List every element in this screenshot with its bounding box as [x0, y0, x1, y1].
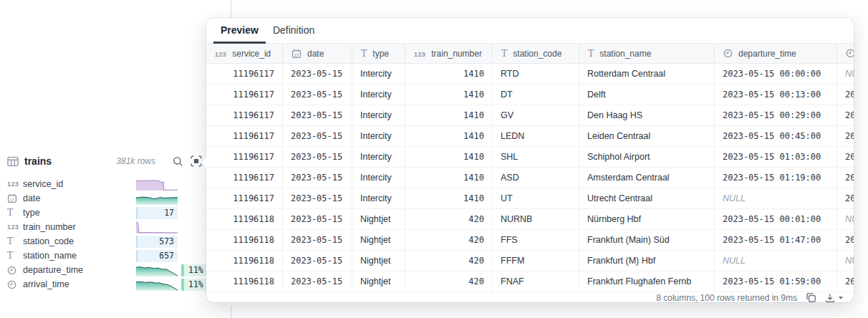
cell-train_number: 1410	[405, 147, 492, 167]
sidebar-column-station_code[interactable]: Tstation_code573	[0, 234, 229, 249]
column-label: station_name	[599, 49, 651, 59]
column-list: 123service_id17dateTtype17123train_numbe…	[0, 177, 229, 292]
column-header-departure_time[interactable]: departure_time	[714, 44, 836, 63]
cell-arrival_time: 20	[836, 105, 854, 125]
table-row: 111961182023-05-15Nightjet420FNAFFrankfu…	[206, 271, 854, 292]
text-type-icon: T	[7, 251, 23, 261]
cell-service_id: 11196117	[206, 105, 282, 125]
cell-station_name: Utrecht Centraal	[579, 188, 714, 208]
column-label: date	[307, 49, 324, 59]
trains-table-header[interactable]: trains 381k rows	[0, 150, 209, 172]
cell-date: 2023-05-15	[282, 85, 352, 105]
sidebar-column-departure_time[interactable]: departure_time11%	[0, 263, 229, 277]
cell-departure_time: 2023-05-15 00:01:00	[714, 209, 836, 229]
cell-departure_time: 2023-05-15 01:03:00	[714, 147, 836, 167]
text-type-icon: T	[501, 49, 507, 59]
svg-text:17: 17	[294, 52, 299, 57]
cell-station_name: Nürnberg Hbf	[579, 209, 714, 229]
cell-train_number: 420	[405, 230, 492, 250]
sidebar-column-train_number[interactable]: 123train_number	[0, 220, 229, 234]
cell-service_id: 11196118	[206, 271, 282, 292]
popup-tabs: PreviewDefinition	[206, 18, 854, 44]
download-icon[interactable]	[825, 293, 835, 303]
cell-type: Nightjet	[352, 230, 405, 250]
caret-down-icon[interactable]	[838, 296, 844, 300]
pane-divider-top	[231, 0, 231, 18]
sidebar-column-type[interactable]: Ttype17	[0, 206, 229, 220]
result-status: 8 columns, 100 rows returned in 9ms	[656, 293, 797, 303]
cell-station_code: SHL	[492, 147, 579, 167]
cell-station_name: Delft	[579, 85, 714, 105]
table-row: 111961172023-05-15Intercity1410LEDNLeide…	[206, 126, 854, 147]
123-type-icon: 123	[414, 49, 425, 59]
cell-train_number: 420	[405, 271, 492, 292]
cell-train_number: 1410	[405, 64, 492, 84]
sidebar-column-date[interactable]: 17date	[0, 191, 229, 206]
cell-departure_time: 2023-05-15 00:13:00	[714, 85, 836, 105]
cell-station_code: FFFM	[492, 251, 579, 271]
sidebar-column-arrival_time[interactable]: arrival_time11%	[0, 277, 229, 292]
calendar-type-icon: 17	[291, 49, 302, 59]
cell-train_number: 420	[405, 251, 492, 271]
cell-date: 2023-05-15	[282, 105, 352, 125]
distinct-count-box: 573	[136, 236, 178, 248]
cell-station_code: FNAF	[492, 271, 579, 292]
cell-date: 2023-05-15	[282, 168, 352, 188]
copy-icon[interactable]	[806, 292, 816, 302]
cell-departure_time: 2023-05-15 00:45:00	[714, 126, 836, 146]
download-group[interactable]	[825, 293, 844, 303]
tab-preview[interactable]: Preview	[213, 18, 266, 44]
cell-station_name: Frankfurt (Main) Süd	[579, 230, 714, 250]
cell-type: Nightjet	[352, 271, 405, 292]
cell-arrival_time: NULL	[836, 209, 854, 229]
table-row: 111961172023-05-15Intercity1410RTDRotter…	[206, 64, 854, 85]
cell-date: 2023-05-15	[282, 230, 352, 250]
cell-date: 2023-05-15	[282, 188, 352, 208]
123-type-icon: 123	[215, 49, 226, 59]
cell-service_id: 11196117	[206, 126, 282, 146]
cell-departure_time: 2023-05-15 00:00:00	[714, 64, 836, 84]
column-sparkline	[136, 178, 178, 191]
cell-train_number: 1410	[405, 105, 492, 125]
cell-arrival_time: 20	[836, 230, 854, 250]
table-preview-popup: PreviewDefinition 123service_id17dateTty…	[206, 18, 854, 302]
column-header-arrival_time[interactable]: arrival_time	[836, 44, 854, 63]
cell-station_code: UT	[492, 188, 579, 208]
table-grid-icon	[7, 156, 19, 167]
table-name: trains	[24, 155, 52, 167]
column-header-station_name[interactable]: Tstation_name	[579, 44, 714, 63]
column-sparkline	[136, 279, 178, 291]
cell-type: Intercity	[352, 105, 405, 125]
text-type-icon: T	[588, 49, 594, 59]
column-header-service_id[interactable]: 123service_id	[206, 44, 282, 63]
cell-train_number: 420	[405, 209, 492, 229]
cell-arrival_time: 20	[836, 126, 854, 146]
cell-type: Intercity	[352, 64, 405, 84]
cell-date: 2023-05-15	[282, 147, 352, 167]
sidebar-column-service_id[interactable]: 123service_id	[0, 177, 229, 191]
cell-arrival_time: NULL	[836, 251, 854, 271]
column-name: service_id	[23, 179, 63, 189]
search-icon[interactable]	[173, 156, 183, 167]
cell-service_id: 11196118	[206, 230, 282, 250]
column-header-train_number[interactable]: 123train_number	[405, 44, 492, 63]
calendar-type-icon: 17	[7, 193, 23, 203]
result-table-header: 123service_id17dateTtype123train_numberT…	[206, 44, 854, 64]
column-sparkline	[136, 264, 178, 276]
column-name: departure_time	[23, 265, 83, 275]
cell-station_code: GV	[492, 105, 579, 125]
cell-service_id: 11196117	[206, 64, 282, 84]
cell-station_code: DT	[492, 85, 579, 105]
sidebar-column-station_name[interactable]: Tstation_name657	[0, 249, 229, 263]
text-type-icon: T	[361, 49, 367, 59]
clock-type-icon	[7, 266, 23, 275]
column-name: train_number	[23, 222, 76, 232]
column-header-type[interactable]: Ttype	[352, 44, 405, 63]
distinct-count-box: 17	[136, 207, 178, 219]
column-header-date[interactable]: 17date	[282, 44, 352, 63]
tab-definition[interactable]: Definition	[266, 18, 322, 44]
cell-arrival_time: 20	[836, 85, 854, 105]
column-label: type	[372, 49, 389, 59]
cell-train_number: 1410	[405, 85, 492, 105]
column-header-station_code[interactable]: Tstation_code	[492, 44, 579, 63]
